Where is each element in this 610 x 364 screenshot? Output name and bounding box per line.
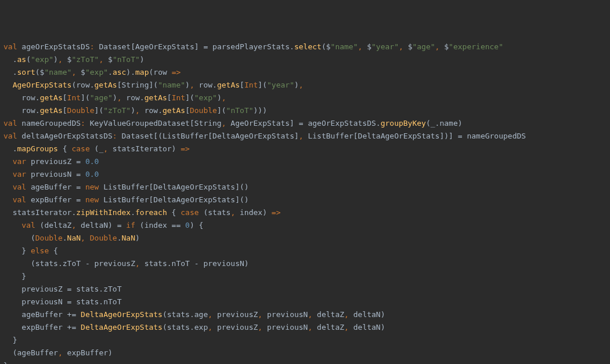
token-op: ) {	[190, 221, 203, 230]
token-kw: =>	[172, 68, 181, 77]
indent	[3, 336, 13, 344]
code-line[interactable]: } else {	[3, 245, 607, 257]
token-op: ($	[35, 68, 45, 77]
token-fn: mapGroups	[17, 144, 57, 153]
code-line[interactable]: var previousZ = 0.0	[3, 155, 607, 168]
token-op: [	[185, 106, 190, 115]
token-op: (	[31, 234, 35, 242]
code-line[interactable]: AgeOrExpStats(row.getAs[String]("name"),…	[3, 79, 607, 92]
token-op: ageOrExpStatsDS	[17, 42, 89, 51]
code-line[interactable]: val ageBuffer = new ListBuffer[DeltaAgeO…	[3, 181, 607, 194]
code-line[interactable]: expBuffer += DeltaAgeOrExpStats(stats.ex…	[3, 321, 607, 334]
code-line[interactable]: ageBuffer += DeltaAgeOrExpStats(stats.ag…	[3, 308, 607, 321]
token-type: Dataset	[99, 42, 131, 51]
indent	[3, 348, 13, 357]
token-kw: =>	[272, 208, 281, 217]
token-num: 0	[185, 221, 190, 230]
token-type: AgeOrExpStats	[230, 119, 290, 128]
token-str: "year"	[267, 81, 294, 89]
token-op: (_	[90, 144, 103, 153]
code-line[interactable]: .sort($"name", $"exp".asc).map(row =>	[3, 66, 607, 79]
code-line[interactable]: val expBuffer = new ListBuffer[DeltaAgeO…	[3, 194, 607, 206]
code-line[interactable]: (stats.zToT - previousZ, stats.nToT - pr…	[3, 257, 607, 270]
token-op: $	[63, 55, 72, 64]
token-op: [	[240, 81, 244, 89]
token-fn: DeltaAgeOrExpStats	[81, 310, 163, 319]
code-line[interactable]: val nameGroupedDS: KeyValueGroupedDatase…	[3, 117, 607, 130]
token-str: "exp"	[85, 68, 108, 77]
code-line[interactable]: previousZ = stats.zToT	[3, 283, 607, 296]
token-str: "experience"	[449, 42, 503, 51]
token-op: ] = ageOrExpStatsDS.	[290, 119, 381, 128]
token-op: (stats.exp	[163, 323, 208, 332]
token-op: ](	[81, 93, 90, 102]
token-op: $	[76, 68, 85, 77]
token-num: 0.0	[85, 157, 99, 166]
code-line[interactable]: var previousN = 0.0	[3, 168, 607, 181]
token-op: [	[353, 132, 358, 140]
token-type: ListBuffer	[103, 195, 149, 204]
token-punc: ,	[258, 323, 262, 332]
token-op: ](	[217, 106, 226, 115]
token-op: .	[108, 68, 113, 77]
code-line[interactable]: .as("exp"), $"zToT", $"nToT")	[3, 53, 607, 66]
token-op: [(	[153, 132, 163, 140]
token-op: ($	[322, 42, 331, 51]
token-op	[85, 234, 90, 242]
token-punc: :	[113, 132, 117, 140]
indent	[3, 285, 21, 293]
token-op: {	[58, 144, 71, 153]
code-line[interactable]: }	[3, 270, 607, 283]
indent	[3, 208, 13, 217]
token-op: (deltaZ	[35, 221, 72, 230]
token-fn: zipWithIndex	[76, 208, 131, 217]
token-op: $	[103, 55, 113, 64]
indent	[3, 183, 13, 191]
code-editor[interactable]: val ageOrExpStatsDS: Dataset[AgeOrExpSta…	[3, 41, 607, 364]
code-line[interactable]: row.getAs[Int]("age"), row.getAs[Int]("e…	[3, 92, 607, 104]
code-line[interactable]: (ageBuffer, expBuffer)	[3, 347, 607, 359]
token-op: $	[403, 42, 413, 51]
token-type: DeltaAgeOrExpStats	[358, 132, 440, 140]
token-op	[117, 132, 122, 140]
code-line[interactable]: }	[3, 359, 607, 364]
token-type: KeyValueGroupedDataset	[90, 119, 190, 128]
token-op: previousN =	[26, 170, 85, 179]
token-op: expBuffer =	[26, 195, 85, 204]
token-type: String	[194, 119, 222, 128]
token-op: ]()	[235, 183, 248, 191]
token-str: "age"	[412, 42, 435, 51]
token-punc: ,	[81, 234, 85, 242]
token-kw: val	[3, 42, 17, 51]
token-op: )	[135, 234, 140, 242]
token-fn: NaN	[122, 234, 135, 242]
code-line[interactable]: val deltaAgeOrExpStatsDS: Dataset[(ListB…	[3, 130, 607, 143]
code-line[interactable]: previousN = stats.nToT	[3, 296, 607, 308]
code-line[interactable]: statsIterator.zipWithIndex.foreach { cas…	[3, 206, 607, 219]
token-op: deltaZ	[312, 310, 344, 319]
token-punc: ,	[58, 348, 63, 357]
code-line[interactable]: }	[3, 334, 607, 347]
token-kw: Double	[190, 106, 217, 115]
code-line[interactable]: .mapGroups { case (_, statsIterator) =>	[3, 143, 607, 155]
token-op: row.	[140, 106, 163, 115]
code-line[interactable]: row.getAs[Double]("zToT"), row.getAs[Dou…	[3, 104, 607, 117]
code-line[interactable]: val ageOrExpStatsDS: Dataset[AgeOrExpSta…	[3, 41, 607, 53]
indent	[3, 323, 21, 332]
token-punc: :	[90, 42, 95, 51]
token-op: )))	[254, 106, 267, 115]
token-op: )	[140, 55, 145, 64]
token-op: ]()	[235, 195, 248, 204]
token-type: ListBuffer	[308, 132, 353, 140]
code-line[interactable]: (Double.NaN, Double.NaN)	[3, 232, 607, 245]
token-kw: Int	[244, 81, 258, 89]
indent	[3, 246, 21, 255]
token-op: )	[217, 93, 222, 102]
code-line[interactable]: val (deltaZ, deltaN) = if (index == 0) {	[3, 219, 607, 232]
token-fn: AgeOrExpStats	[13, 81, 72, 89]
token-fn: map	[135, 68, 149, 77]
token-str: "exp"	[194, 93, 217, 102]
token-punc: ,	[299, 132, 304, 140]
token-op: [	[63, 93, 67, 102]
token-kw: case	[71, 144, 89, 153]
